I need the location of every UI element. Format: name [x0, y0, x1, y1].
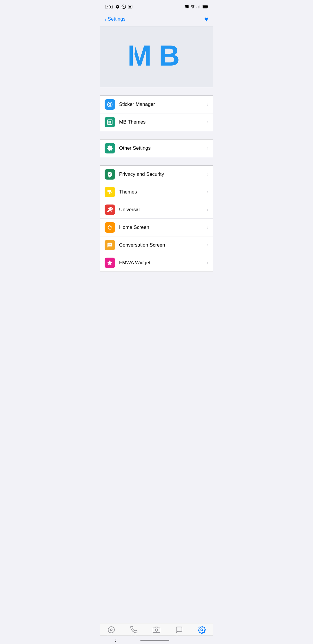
svg-rect-9 — [203, 6, 207, 8]
privacy-security-label: Privacy and Security — [119, 171, 207, 177]
logo-section: M B — [100, 26, 213, 87]
heart-button[interactable]: ♥ — [204, 15, 208, 23]
universal-label: Universal — [119, 207, 207, 213]
conversation-screen-label: Conversation Screen — [119, 242, 207, 248]
home-screen-icon — [105, 222, 115, 233]
home-screen-row[interactable]: Home Screen › — [100, 219, 213, 236]
status-time: 1:01 — [105, 4, 113, 9]
cast-icon — [184, 4, 189, 9]
svg-point-27 — [110, 244, 111, 245]
svg-rect-4 — [197, 7, 197, 8]
svg-text:M: M — [128, 39, 151, 70]
svg-rect-20 — [110, 122, 111, 124]
themes-label: Themes — [119, 189, 207, 195]
fmwa-widget-label: FMWA Widget — [119, 260, 207, 266]
svg-rect-5 — [198, 6, 198, 8]
mb-themes-label: MB Themes — [119, 119, 207, 125]
sticker-manager-row[interactable]: Sticker Manager › — [100, 96, 213, 113]
status-indicators — [184, 4, 208, 9]
status-bar: 1:01 — [100, 0, 213, 13]
status-time-area: 1:01 — [105, 4, 132, 9]
svg-point-15 — [109, 104, 110, 105]
svg-rect-2 — [129, 6, 131, 7]
privacy-security-chevron: › — [207, 172, 208, 177]
universal-chevron: › — [207, 207, 208, 212]
themes-icon — [105, 187, 115, 197]
back-button[interactable]: ‹ Settings — [105, 16, 125, 22]
svg-rect-17 — [108, 121, 110, 122]
svg-rect-6 — [199, 6, 199, 8]
other-settings-chevron: › — [207, 146, 208, 151]
privacy-security-icon — [105, 169, 115, 180]
section-gap-3 — [100, 157, 213, 165]
screen-record-icon — [128, 4, 132, 9]
svg-rect-21 — [108, 190, 111, 192]
mb-themes-chevron: › — [207, 120, 208, 125]
svg-marker-28 — [107, 260, 112, 265]
signal-icon — [196, 4, 201, 9]
whatsapp-icon — [121, 4, 126, 9]
navigation-bar: ‹ Settings ♥ — [100, 13, 213, 26]
svg-rect-18 — [110, 121, 111, 122]
svg-line-24 — [111, 211, 112, 211]
universal-icon — [105, 205, 115, 215]
app-logo: M B — [128, 38, 185, 75]
sticker-manager-chevron: › — [207, 102, 208, 107]
section-gap-2 — [100, 131, 213, 139]
sticker-manager-label: Sticker Manager — [119, 102, 207, 107]
other-settings-icon — [105, 143, 115, 153]
conversation-screen-chevron: › — [207, 243, 208, 248]
fmwa-widget-chevron: › — [207, 260, 208, 265]
mb-themes-icon — [105, 117, 115, 127]
wifi-icon — [190, 4, 195, 9]
battery-icon — [203, 5, 208, 8]
gear-icon — [115, 4, 120, 9]
universal-row[interactable]: Universal › — [100, 201, 213, 219]
other-settings-label: Other Settings — [119, 145, 207, 151]
svg-rect-19 — [108, 122, 110, 124]
home-screen-chevron: › — [207, 225, 208, 230]
svg-rect-22 — [109, 192, 110, 194]
svg-point-26 — [110, 244, 110, 245]
back-label: Settings — [108, 16, 125, 22]
home-screen-label: Home Screen — [119, 225, 207, 230]
section-main-settings: Privacy and Security › Themes › — [100, 165, 213, 272]
privacy-security-row[interactable]: Privacy and Security › — [100, 166, 213, 183]
mb-logo-svg: M B — [128, 38, 185, 70]
svg-text:B: B — [159, 39, 179, 70]
svg-line-23 — [108, 208, 109, 209]
conversation-screen-row[interactable]: Conversation Screen › — [100, 236, 213, 254]
themes-row[interactable]: Themes › — [100, 183, 213, 201]
section-other: Other Settings › — [100, 139, 213, 157]
svg-rect-7 — [200, 5, 200, 8]
conversation-screen-icon — [105, 240, 115, 250]
section-gap-1 — [100, 87, 213, 95]
other-settings-row[interactable]: Other Settings › — [100, 140, 213, 157]
svg-rect-16 — [108, 120, 112, 125]
section-sticker-themes: Sticker Manager › MB Themes › — [100, 95, 213, 131]
fmwa-widget-icon — [105, 258, 115, 268]
svg-point-25 — [108, 244, 109, 245]
fmwa-widget-row[interactable]: FMWA Widget › — [100, 254, 213, 272]
mb-themes-row[interactable]: MB Themes › — [100, 113, 213, 131]
themes-chevron: › — [207, 189, 208, 195]
section-gap-bottom — [100, 272, 213, 280]
back-chevron-icon: ‹ — [105, 16, 107, 22]
sticker-manager-icon — [105, 99, 115, 110]
content-scroll: M B Sticker Manager › — [100, 26, 213, 321]
